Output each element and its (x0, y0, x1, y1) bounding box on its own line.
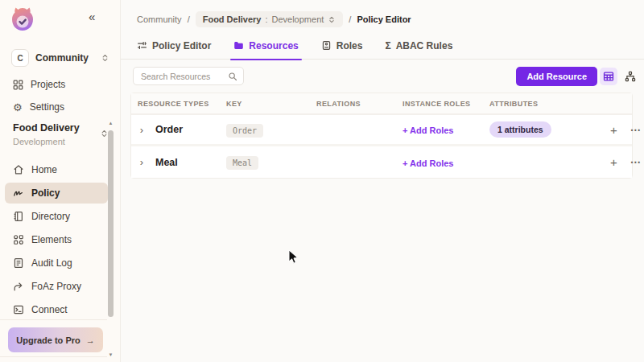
row-menu-icon[interactable]: ⋯ (630, 125, 642, 135)
add-roles-link[interactable]: + Add Roles (402, 158, 453, 168)
add-roles-link[interactable]: + Add Roles (402, 125, 453, 135)
tab-label: ABAC Rules (396, 40, 453, 51)
row-menu-icon[interactable]: ⋯ (630, 157, 642, 167)
breadcrumb-page: Policy Editor (357, 14, 411, 24)
search-input[interactable] (134, 72, 228, 81)
attributes-badge[interactable]: 1 attributes (489, 121, 551, 138)
tab-label: Policy Editor (152, 40, 211, 51)
tab-resources[interactable]: Resources (233, 36, 298, 60)
column-header: KEY (226, 100, 316, 108)
sidebar-item-label: FoAz Proxy (31, 281, 81, 292)
breadcrumb-colon: : (265, 14, 267, 24)
app-window: « C Community Projects ⚙ Settings Food D… (0, 0, 644, 362)
add-resource-button[interactable]: Add Resource (516, 67, 597, 86)
sitemap-icon (625, 71, 636, 82)
terminal-icon (13, 304, 24, 315)
table-view-button[interactable] (600, 68, 617, 85)
directory-book-icon (13, 211, 24, 222)
divider (0, 319, 107, 320)
tab-bar: Policy Editor Resources Roles Σ ABAC Rul… (121, 36, 644, 60)
proxy-arrow-icon (13, 281, 24, 292)
sidebar-item-elements[interactable]: Elements (5, 229, 108, 250)
tab-label: Resources (249, 40, 298, 51)
updown-caret-icon (328, 15, 336, 24)
sidebar-item-label: Audit Log (31, 257, 72, 269)
badge-icon (321, 40, 332, 51)
workspace-selector[interactable]: C Community (11, 48, 109, 68)
scroll-up-icon[interactable]: ▲ (108, 121, 114, 125)
breadcrumb: Community / Food Delivery : Development … (137, 11, 411, 27)
upgrade-label: Upgrade to Pro (16, 335, 80, 345)
sidebar-item-connect[interactable]: Connect (5, 299, 108, 320)
sidebar-item-projects[interactable]: Projects (5, 74, 108, 95)
table-row: › Meal Meal + Add Roles + ⋯ (131, 146, 632, 178)
expand-chevron-icon[interactable]: › (138, 124, 146, 136)
sidebar-item-foaz-proxy[interactable]: FoAz Proxy (5, 276, 108, 297)
column-header: ATTRIBUTES (489, 100, 610, 108)
breadcrumb-root[interactable]: Community (137, 14, 182, 24)
divider (0, 356, 107, 357)
sidebar-collapse-icon[interactable]: « (89, 10, 93, 23)
sigma-icon: Σ (385, 40, 390, 51)
scrollbar-thumb[interactable] (108, 130, 114, 317)
breadcrumb-separator: / (349, 14, 351, 24)
sidebar-item-label: Home (31, 164, 57, 175)
search-box (133, 67, 244, 85)
sidebar-item-label: Directory (31, 211, 70, 222)
sidebar-item-settings[interactable]: ⚙ Settings (5, 97, 108, 117)
sidebar-item-label: Elements (31, 234, 72, 245)
project-selector[interactable]: Food Delivery Development (13, 122, 108, 146)
view-toggle (600, 68, 639, 85)
column-header: RELATIONS (316, 100, 402, 108)
grid-icon (13, 80, 23, 90)
column-header: RESOURCE TYPES (138, 100, 226, 108)
search-icon[interactable] (228, 72, 237, 81)
tab-roles[interactable]: Roles (321, 36, 363, 60)
resources-table: RESOURCE TYPES KEY RELATIONS INSTANCE RO… (130, 93, 633, 179)
tab-policy-editor[interactable]: Policy Editor (137, 36, 211, 60)
sidebar-scrollbar[interactable]: ▲ ▼ (107, 121, 114, 359)
sidebar-item-home[interactable]: Home (5, 159, 108, 180)
sidebar-item-label: Connect (31, 304, 68, 315)
breadcrumb-project-env-selector[interactable]: Food Delivery : Development (196, 11, 344, 27)
sidebar: « C Community Projects ⚙ Settings Food D… (0, 0, 121, 362)
updown-caret-icon (101, 53, 109, 63)
resource-name[interactable]: Order (155, 124, 183, 135)
project-name: Food Delivery (13, 122, 108, 134)
sidebar-item-label: Policy (31, 187, 60, 199)
graph-view-button[interactable] (621, 68, 639, 85)
row-add-icon[interactable]: + (610, 124, 617, 136)
breadcrumb-separator: / (188, 14, 190, 24)
workspace-name: Community (35, 52, 94, 64)
table-view-icon (603, 71, 614, 82)
breadcrumb-environment: Development (272, 14, 324, 24)
audit-log-icon (13, 257, 24, 269)
gear-icon: ⚙ (13, 102, 23, 113)
arrow-right-icon: → (86, 335, 95, 345)
table-header-row: RESOURCE TYPES KEY RELATIONS INSTANCE RO… (131, 93, 632, 115)
expand-chevron-icon[interactable]: › (138, 156, 146, 168)
scroll-down-icon[interactable]: ▼ (108, 352, 114, 357)
home-icon (13, 164, 24, 175)
main-content: Community / Food Delivery : Development … (121, 0, 644, 362)
table-row: › Order Order + Add Roles 1 attributes +… (131, 115, 632, 146)
resource-name[interactable]: Meal (155, 157, 178, 168)
sidebar-item-label: Projects (31, 79, 65, 90)
tab-label: Roles (336, 40, 363, 51)
sidebar-item-label: Settings (30, 101, 64, 113)
project-environment: Development (13, 137, 108, 146)
toolbar: Add Resource (121, 67, 644, 88)
resource-key-badge: Order (226, 124, 263, 138)
sidebar-item-policy[interactable]: Policy (5, 183, 108, 204)
permit-logo-icon[interactable] (8, 5, 37, 34)
tab-abac-rules[interactable]: Σ ABAC Rules (385, 36, 452, 60)
folder-icon (233, 40, 244, 51)
sidebar-item-audit-log[interactable]: Audit Log (5, 253, 108, 274)
breadcrumb-project: Food Delivery (203, 14, 262, 24)
signature-icon (13, 187, 24, 199)
sidebar-item-directory[interactable]: Directory (5, 206, 108, 227)
elements-icon (13, 234, 24, 245)
upgrade-to-pro-button[interactable]: Upgrade to Pro → (8, 327, 103, 352)
row-add-icon[interactable]: + (610, 156, 617, 168)
resource-key-badge: Meal (226, 156, 258, 170)
